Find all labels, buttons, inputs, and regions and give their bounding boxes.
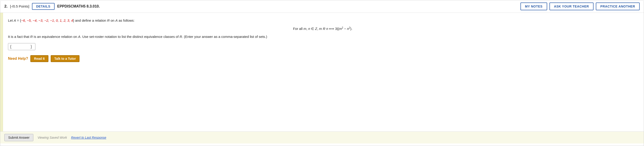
main-content: Let A = {−6, −5, −4, −3, −2, −1, 0, 1, 2… — [3, 13, 644, 131]
need-help-row: Need Help? Read It Talk to a Tutor — [8, 55, 638, 62]
brace-close: } — [30, 44, 32, 49]
problem-statement: Let A = {−6, −5, −4, −3, −2, −1, 0, 1, 2… — [8, 18, 638, 23]
question-number: 2. [-/0.5 Points] — [4, 4, 29, 9]
content-area: Let A = {−6, −5, −4, −3, −2, −1, 0, 1, 2… — [0, 13, 644, 131]
need-help-label: Need Help? — [8, 57, 28, 61]
set-elements: −6, −5, −4, −3, −2, −1, 0, 1, 2, 3, 4 — [21, 18, 73, 22]
header-buttons: MY NOTES ASK YOUR TEACHER PRACTICE ANOTH… — [520, 2, 640, 10]
answer-box-wrap: { } — [8, 43, 36, 50]
details-button[interactable]: DETAILS — [32, 3, 54, 10]
talk-to-tutor-button[interactable]: Talk to a Tutor — [51, 55, 80, 62]
saved-work-text: Viewing Saved Work — [38, 136, 67, 139]
answer-box-row: { } — [8, 43, 638, 50]
read-it-button[interactable]: Read It — [30, 55, 48, 62]
brace-open: { — [10, 44, 12, 49]
submit-answer-button[interactable]: Submit Answer — [4, 134, 33, 141]
header-row: 2. [-/0.5 Points] DETAILS EPPDISCMATH5 8… — [0, 0, 644, 13]
footer-row: Submit Answer Viewing Saved Work Revert … — [0, 131, 644, 144]
fact-text: It is a fact that R is an equivalence re… — [8, 34, 638, 39]
set-close-text: } and define a relation R on A as follow… — [73, 18, 134, 22]
my-notes-button[interactable]: MY NOTES — [520, 2, 547, 10]
formula-line: For all m, n ∈ Z, m R n ⟺ 3|(m2 − n2). — [8, 26, 638, 31]
practice-another-button[interactable]: PRACTICE ANOTHER — [596, 2, 640, 10]
answer-input[interactable] — [12, 45, 30, 49]
ask-teacher-button[interactable]: ASK YOUR TEACHER — [550, 2, 594, 10]
page-wrapper: 2. [-/0.5 Points] DETAILS EPPDISCMATH5 8… — [0, 0, 644, 146]
set-definition-text: Let A = { — [8, 18, 21, 22]
left-accent-bar — [0, 13, 3, 131]
problem-id: EPPDISCMATH5 8.3.010. — [57, 4, 518, 8]
revert-to-last-response-link[interactable]: Revert to Last Response — [71, 136, 106, 139]
